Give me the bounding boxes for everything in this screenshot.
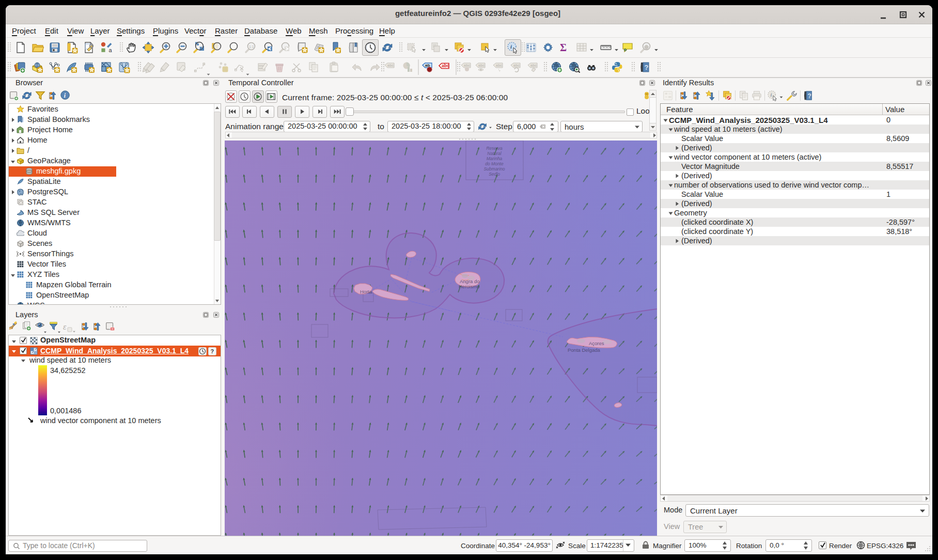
svg-text:abc: abc [464, 64, 470, 67]
svg-text:do Monte: do Monte [485, 161, 504, 166]
svg-text:Σ: Σ [560, 42, 567, 53]
svg-text:Natural: Natural [487, 151, 502, 156]
svg-text:abc: abc [530, 64, 537, 67]
svg-text:Marinha: Marinha [487, 156, 503, 161]
svg-text:1:1: 1:1 [249, 45, 254, 49]
svg-text:Horta: Horta [360, 289, 372, 294]
svg-text:i: i [770, 92, 772, 98]
svg-text:abc: abc [513, 64, 520, 67]
svg-text:Açores: Açores [589, 340, 604, 346]
svg-text:Sedlo: Sedlo [489, 172, 500, 177]
svg-text:Heroismo: Heroismo [459, 284, 480, 289]
svg-text:abc: abc [442, 63, 449, 68]
svg-text:?: ? [645, 64, 649, 71]
svg-text:abc: abc [478, 64, 484, 67]
svg-text:Submarino: Submarino [483, 166, 505, 172]
svg-text:Ponta Delgada: Ponta Delgada [568, 347, 601, 353]
svg-text:?: ? [808, 92, 811, 100]
svg-text:abc: abc [496, 64, 502, 67]
svg-text:ab: ab [425, 63, 430, 68]
svg-text:?: ? [211, 348, 214, 354]
svg-text:abc: abc [387, 64, 394, 67]
svg-text:Reserva: Reserva [486, 146, 503, 151]
svg-text:a: a [109, 47, 113, 53]
